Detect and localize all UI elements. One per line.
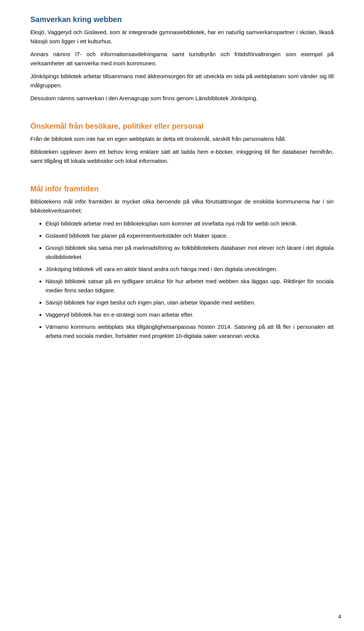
- list-item: Gnosjö bibliotek ska satsa mer på markna…: [46, 243, 334, 262]
- section-onskmal: Önskemål från besökare, politiker eller …: [30, 122, 334, 166]
- list-item: Eksjö bibliotek arbetar med en bibliotek…: [46, 219, 334, 228]
- list-item: Värnamo kommuns webbplats ska tillgängli…: [46, 322, 334, 341]
- section-mal-list: Eksjö bibliotek arbetar med en bibliotek…: [30, 219, 334, 341]
- list-item: Vaggeryd bibliotek har en e-strategi som…: [46, 310, 334, 319]
- section-samverkan-title: Samverkan kring webben: [30, 15, 334, 24]
- section-samverkan-para4: Dessutom nämns samverkan i den Arenagrup…: [30, 94, 334, 103]
- section-samverkan: Samverkan kring webben Eksjö, Vaggeryd o…: [30, 15, 334, 103]
- list-item: Jönköping bibliotek vill vara en aktör b…: [46, 265, 334, 274]
- section-mal-title: Mål inför framtiden: [30, 185, 334, 193]
- section-samverkan-para2: Annars nämns IT- och informationsavdelni…: [30, 50, 334, 68]
- list-item: Sävsjö bibliotek har inget beslut och in…: [46, 298, 334, 307]
- section-onskmal-para2: Biblioteken upplever även ett behov krin…: [30, 147, 334, 166]
- section-samverkan-para1: Eksjö, Vaggeryd och Gislaved, som är int…: [30, 28, 334, 46]
- section-onskmal-title: Önskemål från besökare, politiker eller …: [30, 122, 334, 131]
- section-mal: Mål inför framtiden Bibliotekens mål inf…: [30, 185, 334, 341]
- section-mal-intro: Bibliotekens mål inför framtiden är myck…: [30, 197, 334, 215]
- list-item: Nässjö bibliotek satsar på en tydligare …: [46, 277, 334, 295]
- section-onskmal-para1: Från de bibliotek som inte har en egen w…: [30, 134, 334, 144]
- list-item: Gislaved bibliotek har planer på experim…: [46, 231, 334, 240]
- section-samverkan-para3: Jönköpings bibliotek arbetar tillsammans…: [30, 72, 334, 90]
